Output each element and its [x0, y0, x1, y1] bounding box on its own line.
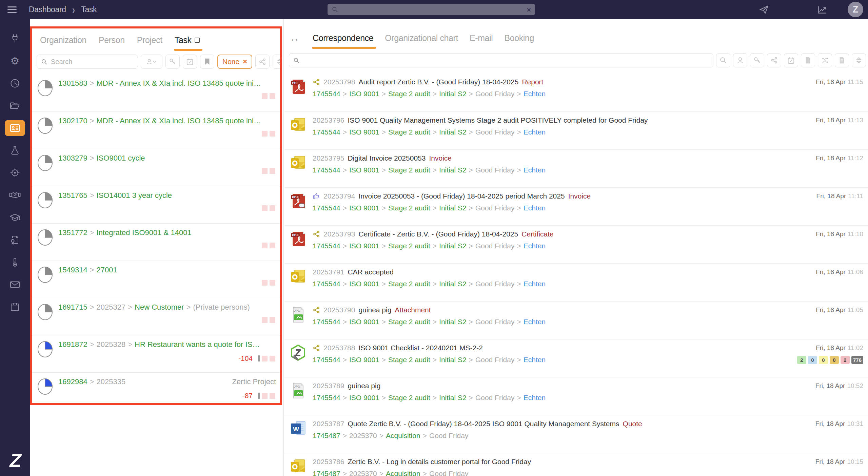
correspondence-row[interactable]: JPG 20253790guinea pigAttachmentFri, 18 … — [284, 301, 868, 339]
report-button[interactable] — [835, 53, 849, 67]
document-title[interactable]: Invoice 20250053 - (Good Friday) 18-04-2… — [358, 192, 565, 200]
task-row[interactable]: 1549314>27001 — [32, 261, 280, 298]
path-segment[interactable]: Stage 2 audit — [388, 280, 430, 288]
global-search-input[interactable] — [341, 6, 527, 13]
breadcrumb-task[interactable]: Task — [81, 5, 97, 14]
path-segment[interactable]: Echten — [524, 394, 546, 401]
tab-correspondence[interactable]: Correspondence — [313, 33, 373, 43]
correspondence-row[interactable]: 20253795Digital Invoice 20250053InvoiceF… — [284, 149, 868, 187]
path-segment[interactable]: Stage 2 audit — [388, 204, 430, 212]
path-segment[interactable]: MDR - Annex IX & XIa incl. ISO 13485 quo… — [97, 79, 261, 87]
search-button[interactable] — [716, 53, 730, 67]
document-title[interactable]: ISO 9001 Checklist - 20240201 MS-2-2 — [358, 344, 483, 352]
path-segment[interactable]: Initial S2 — [439, 242, 467, 250]
path-segment[interactable]: 1692984 — [58, 377, 87, 386]
path-segment[interactable]: ISO 9001 — [349, 128, 379, 136]
global-search[interactable]: × — [328, 4, 535, 15]
path-segment[interactable]: MDR - Annex IX & XIa incl. ISO 13485 quo… — [97, 117, 261, 125]
task-row[interactable]: 1691872>2025328>HR Restaurant wants a qu… — [32, 335, 280, 372]
sidebar-item-calendar[interactable] — [5, 299, 25, 315]
sidebar-item-settings[interactable]: ⚙ — [5, 53, 25, 69]
document-title[interactable]: Audit report Zertic B.V. - (Good Friday)… — [358, 78, 518, 86]
path-segment[interactable]: ISO 9001 — [349, 394, 379, 401]
task-search-input[interactable] — [51, 58, 141, 66]
path-segment[interactable]: HR Restaurant wants a quote for IS… — [135, 340, 260, 349]
path-segment[interactable]: Acquisition — [386, 470, 420, 476]
path-segment[interactable]: 1691872 — [58, 340, 87, 349]
sidebar-item-target[interactable] — [5, 165, 25, 181]
path-segment[interactable]: Initial S2 — [439, 90, 467, 98]
path-segment[interactable]: 1745544 — [313, 90, 340, 98]
shuffle-button[interactable] — [818, 53, 832, 67]
correspondence-row[interactable]: 20253791CAR acceptedFri, 18 Apr11:061745… — [284, 263, 868, 301]
send-icon[interactable] — [759, 4, 769, 16]
sidebar-item-integrations[interactable] — [5, 30, 25, 47]
document-title[interactable]: Zertic B.V. - Log in details customer po… — [348, 457, 531, 466]
path-segment[interactable]: Stage 2 audit — [388, 394, 430, 401]
sidebar-item-time[interactable] — [5, 75, 25, 91]
path-segment[interactable]: Stage 2 audit — [388, 166, 430, 174]
sidebar-item-projects[interactable] — [5, 98, 25, 114]
path-segment[interactable]: ISO 9001 — [349, 318, 379, 326]
sidebar-item-lab[interactable] — [5, 142, 25, 159]
share-button[interactable] — [767, 53, 781, 67]
path-segment[interactable]: Stage 2 audit — [388, 90, 430, 98]
task-row[interactable]: 1351772>Integrated ISO9001 & 14001 — [32, 223, 280, 261]
date-filter-button[interactable] — [784, 53, 798, 67]
path-segment[interactable]: 1301583 — [58, 79, 87, 87]
path-segment[interactable]: Echten — [524, 242, 546, 250]
document-title[interactable]: Quote Zertic B.V. - (Good Friday) 18-04-… — [348, 419, 619, 428]
sidebar-item-temperature[interactable] — [5, 254, 25, 270]
path-segment[interactable]: 1303279 — [58, 154, 87, 162]
task-row[interactable]: 1302170>MDR - Annex IX & XIa incl. ISO 1… — [32, 111, 280, 149]
path-segment[interactable]: 27001 — [97, 266, 117, 274]
sidebar-item-training[interactable] — [5, 209, 25, 226]
path-segment[interactable]: Stage 2 audit — [388, 318, 430, 326]
path-segment[interactable]: Initial S2 — [439, 166, 467, 174]
path-segment[interactable]: Initial S2 — [439, 280, 467, 288]
path-segment[interactable]: ISO 9001 — [349, 242, 379, 250]
path-segment[interactable]: Stage 2 audit — [388, 356, 430, 364]
path-segment[interactable]: ISO 9001 — [349, 204, 379, 212]
path-segment[interactable]: ISO 9001 — [349, 280, 379, 288]
document-title[interactable]: Digital Invoice 20250053 — [348, 154, 426, 162]
task-select-checkbox[interactable] — [195, 38, 200, 43]
key-filter-button[interactable] — [750, 53, 764, 67]
path-segment[interactable]: Echten — [524, 128, 546, 136]
path-segment[interactable]: 1745544 — [313, 204, 340, 212]
hamburger-menu-icon[interactable] — [7, 5, 17, 15]
path-segment[interactable]: Initial S2 — [439, 318, 467, 326]
task-row[interactable]: 1692984>2025335Zertic Project-87 — [32, 372, 280, 405]
path-segment[interactable]: Initial S2 — [439, 204, 467, 212]
path-segment[interactable]: Initial S2 — [439, 394, 467, 401]
assignee-filter-button[interactable] — [141, 55, 162, 69]
correspondence-row[interactable]: W20253787Quote Zertic B.V. - (Good Frida… — [284, 415, 868, 453]
task-row[interactable]: 1301583>MDR - Annex IX & XIa incl. ISO 1… — [32, 74, 280, 111]
path-segment[interactable]: Echten — [524, 356, 546, 364]
path-segment[interactable]: ISO14001 3 year cycle — [97, 191, 172, 200]
task-search[interactable] — [37, 55, 138, 69]
path-segment[interactable]: 1351765 — [58, 191, 87, 200]
tab-organization[interactable]: Organization — [40, 35, 86, 45]
path-segment[interactable]: 1302170 — [58, 117, 87, 125]
document-title[interactable]: guinea pig — [358, 306, 391, 314]
path-segment[interactable]: 1351772 — [58, 228, 87, 237]
share-filter-button[interactable] — [255, 55, 270, 69]
path-segment[interactable]: ISO 9001 — [349, 166, 379, 174]
document-title[interactable]: CAR accepted — [348, 268, 393, 276]
key-filter-button[interactable] — [165, 55, 180, 69]
correspondence-row[interactable]: PDF 20253793Certificate - Zertic B.V. - … — [284, 225, 868, 263]
filter-chip-none[interactable]: None × — [217, 55, 252, 69]
correspondence-search[interactable] — [289, 53, 713, 67]
correspondence-row[interactable]: JPG 20253789guinea pigFri, 18 Apr10:5217… — [284, 377, 868, 415]
path-segment[interactable]: ISO9001 cycle — [97, 154, 145, 162]
path-segment[interactable]: Echten — [524, 280, 546, 288]
document-title[interactable]: ISO 9001 Quality Management Systems Stag… — [348, 116, 648, 124]
task-row[interactable]: 1351765>ISO14001 3 year cycle — [32, 186, 280, 223]
path-segment[interactable]: Initial S2 — [439, 128, 467, 136]
path-segment[interactable]: Integrated ISO9001 & 14001 — [97, 228, 192, 237]
tab-organizational-chart[interactable]: Organizational chart — [385, 33, 458, 43]
sidebar-item-mail[interactable] — [5, 276, 25, 293]
path-segment[interactable]: 1745544 — [313, 166, 340, 174]
correspondence-search-input[interactable] — [303, 57, 709, 64]
